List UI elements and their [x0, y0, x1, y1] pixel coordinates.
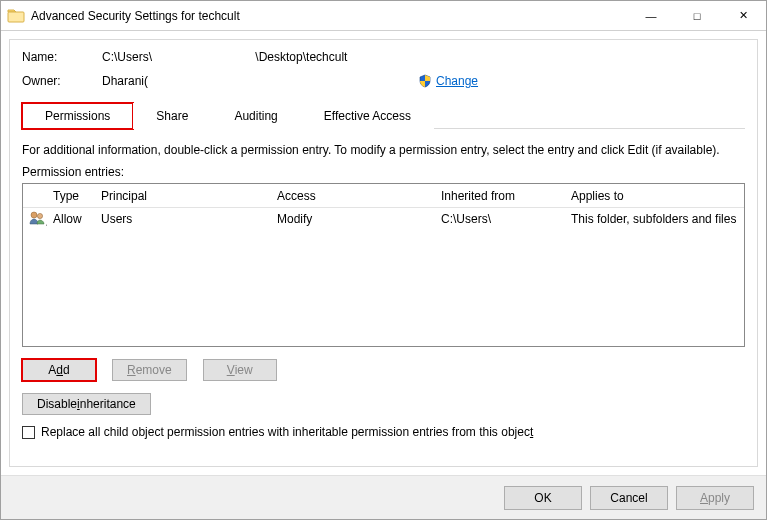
close-button[interactable]: ✕: [720, 1, 766, 31]
maximize-button[interactable]: □: [674, 1, 720, 31]
name-value: C:\Users\ \Desktop\techcult: [102, 50, 347, 64]
cancel-button[interactable]: Cancel: [590, 486, 668, 510]
tab-auditing[interactable]: Auditing: [211, 103, 300, 129]
entry-buttons: Add Remove View: [22, 359, 745, 381]
tab-permissions[interactable]: Permissions: [22, 103, 133, 129]
row-type: Allow: [47, 209, 95, 229]
replace-children-checkbox[interactable]: [22, 426, 35, 439]
col-applies[interactable]: Applies to: [565, 186, 744, 206]
add-button[interactable]: Add: [22, 359, 96, 381]
content: Name: C:\Users\ \Desktop\techcult Owner:…: [9, 39, 758, 467]
apply-button[interactable]: Apply: [676, 486, 754, 510]
col-type[interactable]: Type: [47, 186, 95, 206]
shield-icon: [418, 74, 432, 88]
minimize-button[interactable]: —: [628, 1, 674, 31]
col-icon: [23, 193, 47, 199]
name-label: Name:: [22, 50, 102, 64]
owner-row: Owner: Dharani( Change: [22, 74, 745, 88]
window-title: Advanced Security Settings for techcult: [31, 9, 628, 23]
dialog-footer: OK Cancel Apply: [1, 475, 766, 519]
permissions-grid[interactable]: Type Principal Access Inherited from App…: [22, 183, 745, 347]
inheritance-row: Disable inheritance: [22, 393, 745, 415]
svg-point-2: [31, 212, 37, 218]
grid-header: Type Principal Access Inherited from App…: [23, 184, 744, 208]
info-text: For additional information, double-click…: [22, 143, 745, 157]
view-button[interactable]: View: [203, 359, 277, 381]
disable-inheritance-button[interactable]: Disable inheritance: [22, 393, 151, 415]
row-principal: Users: [95, 209, 271, 229]
table-row[interactable]: Allow Users Modify C:\Users\ This folder…: [23, 208, 744, 230]
ok-button[interactable]: OK: [504, 486, 582, 510]
titlebar[interactable]: Advanced Security Settings for techcult …: [1, 1, 766, 31]
replace-children-row[interactable]: Replace all child object permission entr…: [22, 425, 745, 439]
name-row: Name: C:\Users\ \Desktop\techcult: [22, 50, 745, 64]
users-icon: [29, 210, 45, 226]
owner-value: Dharani(: [102, 74, 412, 88]
col-inherited[interactable]: Inherited from: [435, 186, 565, 206]
change-owner-link[interactable]: Change: [436, 74, 478, 88]
content-outer: Name: C:\Users\ \Desktop\techcult Owner:…: [1, 31, 766, 475]
owner-label: Owner:: [22, 74, 102, 88]
entries-label: Permission entries:: [22, 165, 745, 179]
svg-rect-1: [8, 12, 24, 22]
folder-icon: [7, 7, 25, 25]
row-inherited: C:\Users\: [435, 209, 565, 229]
remove-button[interactable]: Remove: [112, 359, 187, 381]
tab-strip: Permissions Share Auditing Effective Acc…: [22, 102, 745, 128]
row-applies: This folder, subfolders and files: [565, 209, 744, 229]
replace-children-label: Replace all child object permission entr…: [41, 425, 533, 439]
col-access[interactable]: Access: [271, 186, 435, 206]
tab-share[interactable]: Share: [133, 103, 211, 129]
tab-effective-access[interactable]: Effective Access: [301, 103, 434, 129]
svg-point-3: [37, 213, 42, 218]
window-frame: Advanced Security Settings for techcult …: [0, 0, 767, 520]
col-principal[interactable]: Principal: [95, 186, 271, 206]
row-access: Modify: [271, 209, 435, 229]
